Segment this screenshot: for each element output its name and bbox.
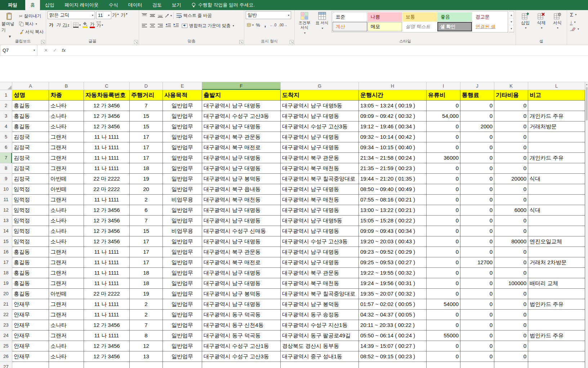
column-header-B[interactable]: B	[49, 82, 84, 90]
column-header-K[interactable]: K	[494, 82, 528, 90]
row-header-11[interactable]: 11	[0, 195, 12, 205]
cell-K18[interactable]: 0	[494, 268, 528, 278]
cell-F2[interactable]: 대구광역시 남구 대명동	[202, 101, 281, 111]
cell-B26[interactable]: 소나타	[49, 351, 84, 362]
cell-J24[interactable]: 0	[460, 331, 494, 341]
cell-B2[interactable]: 소나타	[49, 101, 84, 111]
cell-A10[interactable]: 임꺽정	[12, 184, 49, 195]
cell-style-normal[interactable]: 표준	[333, 12, 367, 22]
cell-G23[interactable]: 대구광역시 수성구 지산1동	[281, 320, 359, 331]
cell-I6[interactable]: 0	[427, 142, 460, 153]
cell-K15[interactable]: 80000	[494, 236, 528, 247]
column-header-I[interactable]: I	[427, 82, 460, 90]
cell-F21[interactable]: 대구광역시 남구 대명동	[202, 299, 281, 310]
cell-D21[interactable]: 2	[130, 299, 163, 310]
column-header-F[interactable]: F	[202, 82, 281, 90]
cell-H24[interactable]: 05:50 ~ 06:14 ( 00:24 )	[359, 331, 427, 341]
row-header-21[interactable]: 21	[0, 299, 12, 310]
cell-F6[interactable]: 대구광역시 북구 매전로	[202, 142, 281, 153]
cell-D20[interactable]: 19	[130, 289, 163, 299]
cell-G6[interactable]: 대구광역시 남구 대명동	[281, 142, 359, 153]
column-header-A[interactable]: A	[12, 82, 49, 90]
format-cells-button[interactable]: 서식 ▾	[549, 11, 565, 39]
borders-button[interactable]: ▾	[72, 21, 81, 29]
cell-H20[interactable]: 19:35 ~ 20:07 ( 00:32 )	[359, 289, 427, 299]
cell-K10[interactable]: 0	[494, 184, 528, 195]
row-header-9[interactable]: 9	[0, 174, 12, 184]
align-right-button[interactable]	[156, 22, 164, 30]
cell-E16[interactable]: 일반업무	[163, 247, 202, 257]
row-header-3[interactable]: 3	[0, 111, 12, 121]
cell-I24[interactable]: 55000	[427, 331, 460, 341]
cell-J26[interactable]: 0	[460, 351, 494, 362]
insert-cells-button[interactable]: 삽입 ▾	[517, 11, 533, 39]
row-header-22[interactable]: 22	[0, 310, 12, 320]
cell-L2[interactable]	[528, 101, 585, 111]
column-header-D[interactable]: D	[130, 82, 163, 90]
cell-E25[interactable]: 일반업무	[163, 341, 202, 351]
cell-L27[interactable]	[528, 362, 585, 368]
cell-K27[interactable]	[494, 362, 528, 368]
cell-I12[interactable]: 0	[427, 205, 460, 216]
cell-H21[interactable]: 01:57 ~ 02:02 ( 00:05 )	[359, 299, 427, 310]
column-header-J[interactable]: J	[460, 82, 494, 90]
increase-font-button[interactable]: 가▲	[111, 11, 120, 19]
cell-style-bad[interactable]: 나쁨	[368, 12, 402, 22]
cell-L10[interactable]	[528, 184, 585, 195]
cell-L26[interactable]	[528, 351, 585, 362]
cell-E11[interactable]: 비업무용	[163, 195, 202, 205]
cell-I26[interactable]: 0	[427, 351, 460, 362]
cell-A16[interactable]: 홍길동	[12, 247, 49, 257]
cell-C18[interactable]: 11 나 1111	[84, 268, 130, 278]
cell-I25[interactable]: 0	[427, 341, 460, 351]
align-left-button[interactable]	[141, 22, 148, 30]
cell-A18[interactable]: 홍길동	[12, 268, 49, 278]
row-header-2[interactable]: 2	[0, 101, 12, 111]
cell-G2[interactable]: 대구광역시 남구 대명5동	[281, 101, 359, 111]
enter-icon[interactable]: ✓	[53, 48, 57, 53]
cell-L16[interactable]	[528, 247, 585, 257]
cell-J19[interactable]: 0	[460, 278, 494, 289]
cell-G12[interactable]: 대구광역시 남구 대명동	[281, 205, 359, 216]
cell-H1[interactable]: 운행시간	[359, 90, 427, 101]
cell-C26[interactable]: 12 가 3456	[84, 351, 130, 362]
gallery-more-icon[interactable]: ▾	[509, 25, 514, 32]
cell-H18[interactable]: 19:22 ~ 19:55 ( 00:32 )	[359, 268, 427, 278]
cell-J16[interactable]: 0	[460, 247, 494, 257]
align-bottom-button[interactable]	[156, 12, 164, 19]
row-header-1[interactable]: 1	[0, 90, 12, 101]
cell-I5[interactable]: 0	[427, 132, 460, 142]
cell-D14[interactable]: 15	[130, 226, 163, 236]
cell-A15[interactable]: 임꺽정	[12, 236, 49, 247]
cell-C11[interactable]: 11 나 1111	[84, 195, 130, 205]
cell-D22[interactable]: 2	[130, 310, 163, 320]
cell-J22[interactable]: 0	[460, 310, 494, 320]
cell-B23[interactable]: 소나타	[49, 320, 84, 331]
cell-E22[interactable]: 일반업무	[163, 310, 202, 320]
cell-I14[interactable]: 0	[427, 226, 460, 236]
cell-E8[interactable]: 일반업무	[163, 163, 202, 174]
paste-button[interactable]: 붙여넣기 ▾	[1, 11, 18, 39]
cell-A14[interactable]: 임꺽정	[12, 226, 49, 236]
column-header-C[interactable]: C	[84, 82, 130, 90]
cell-E14[interactable]: 비업무용	[163, 226, 202, 236]
cell-C8[interactable]: 11 나 1111	[84, 163, 130, 174]
cell-D23[interactable]: 7	[130, 320, 163, 331]
row-header-6[interactable]: 6	[0, 142, 12, 153]
cell-E15[interactable]: 일반업무	[163, 236, 202, 247]
cell-H23[interactable]: 20:11 ~ 20:33 ( 00:22 )	[359, 320, 427, 331]
cell-J4[interactable]: 2000	[460, 121, 494, 132]
cell-K8[interactable]: 0	[494, 163, 528, 174]
cell-K13[interactable]: 0	[494, 216, 528, 226]
cell-style-check-cell[interactable]: 셀 확인	[437, 22, 472, 31]
cell-F22[interactable]: 대구광역시 동구 덕곡동	[202, 310, 281, 320]
cell-K16[interactable]: 0	[494, 247, 528, 257]
cell-H15[interactable]: 19:20 ~ 20:03 ( 00:43 )	[359, 236, 427, 247]
cell-J23[interactable]: 0	[460, 320, 494, 331]
cell-B10[interactable]: 아반떼	[49, 184, 84, 195]
cell-J1[interactable]: 통행료	[460, 90, 494, 101]
cell-C3[interactable]: 12 가 3456	[84, 111, 130, 121]
cell-H12[interactable]: 13:00 ~ 13:22 ( 00:21 )	[359, 205, 427, 216]
cell-B15[interactable]: 소나타	[49, 236, 84, 247]
cell-L15[interactable]: 엔진오일교체	[528, 236, 585, 247]
